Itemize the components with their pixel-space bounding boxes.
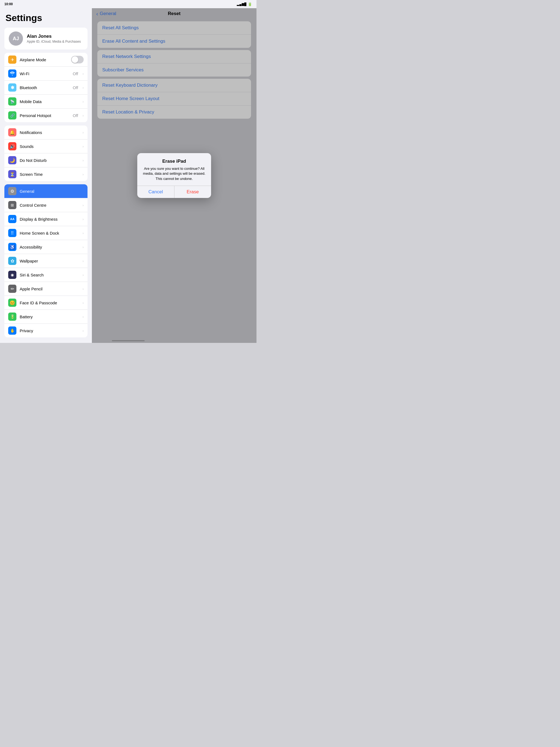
general-group: ⚙ General ⊞ Control Centre › AA Display … <box>4 184 87 337</box>
displaybrightness-label: Display & Brightness <box>20 217 79 222</box>
toggle-knob <box>72 56 78 63</box>
chevron-right-icon: › <box>82 145 84 149</box>
sidebar: Settings AJ Alan Jones Apple ID, iCloud,… <box>0 8 92 343</box>
sidebar-item-controlcentre[interactable]: ⊞ Control Centre › <box>4 198 87 212</box>
faceid-icon: 😊 <box>8 299 17 307</box>
chevron-right-icon: › <box>82 329 84 333</box>
wallpaper-icon: ✿ <box>8 257 17 265</box>
sidebar-item-screentime[interactable]: ⏳ Screen Time › <box>4 168 87 181</box>
chevron-right-icon: › <box>82 172 84 176</box>
notifications-label: Notifications <box>20 130 79 135</box>
airplane-label: Airplane Mode <box>20 57 68 62</box>
accessibility-label: Accessibility <box>20 245 79 249</box>
dialog-buttons: Cancel Erase <box>137 186 211 198</box>
sidebar-item-airplane[interactable]: ✈ Airplane Mode <box>4 53 87 67</box>
main-content: ‹ General Reset Reset All Settings Erase… <box>92 8 256 343</box>
sirisearch-icon: ◉ <box>8 271 17 279</box>
profile-card[interactable]: AJ Alan Jones Apple ID, iCloud, Media & … <box>4 28 87 50</box>
sidebar-item-displaybrightness[interactable]: AA Display & Brightness › <box>4 212 87 226</box>
bluetooth-label: Bluetooth <box>20 85 70 90</box>
sidebar-item-homescreendock[interactable]: ⠿ Home Screen & Dock › <box>4 226 87 240</box>
sidebar-item-faceid[interactable]: 😊 Face ID & Passcode › <box>4 296 87 310</box>
mobiledata-label: Mobile Data <box>20 99 79 104</box>
accessibility-icon: ♿ <box>8 243 17 251</box>
sidebar-item-applepencil[interactable]: ✏ Apple Pencil › <box>4 282 87 296</box>
wifi-icon <box>8 70 17 78</box>
sidebar-item-notifications[interactable]: 🔔 Notifications › <box>4 126 87 139</box>
sirisearch-label: Siri & Search <box>20 273 79 277</box>
wifi-label: Wi-Fi <box>20 71 70 76</box>
sidebar-item-sounds[interactable]: 🔊 Sounds › <box>4 139 87 153</box>
connectivity-group: ✈ Airplane Mode Wi-Fi Off › ✱ Bluetooth … <box>4 53 87 122</box>
dialog-title: Erase iPad <box>142 159 207 164</box>
sidebar-item-general[interactable]: ⚙ General <box>4 184 87 198</box>
sidebar-item-battery[interactable]: 🔋 Battery › <box>4 310 87 324</box>
airplane-icon: ✈ <box>8 55 17 64</box>
chevron-right-icon: › <box>82 315 84 319</box>
profile-name: Alan Jones <box>27 34 81 39</box>
chevron-right-icon: › <box>82 130 84 134</box>
battery-icon: 🔋 <box>248 2 252 6</box>
avatar: AJ <box>9 31 23 46</box>
sounds-icon: 🔊 <box>8 142 17 150</box>
dialog-cancel-button[interactable]: Cancel <box>137 186 175 198</box>
donotdisturb-icon: 🌙 <box>8 156 17 164</box>
chevron-right-icon: › <box>82 100 84 104</box>
hotspot-icon: 🔗 <box>8 111 17 120</box>
chevron-right-icon: › <box>82 217 84 221</box>
sidebar-item-bluetooth[interactable]: ✱ Bluetooth Off › <box>4 81 87 95</box>
sidebar-item-wallpaper[interactable]: ✿ Wallpaper › <box>4 254 87 268</box>
airplane-toggle[interactable] <box>71 56 84 63</box>
chevron-right-icon: › <box>82 85 84 90</box>
sidebar-item-accessibility[interactable]: ♿ Accessibility › <box>4 240 87 254</box>
hotspot-label: Personal Hotspot <box>20 113 70 118</box>
privacy-label: Privacy <box>20 328 79 333</box>
signal-icon: ▂▄▆█ <box>237 2 247 6</box>
sounds-label: Sounds <box>20 144 79 149</box>
sidebar-item-wifi[interactable]: Wi-Fi Off › <box>4 67 87 81</box>
bluetooth-value: Off <box>73 85 78 90</box>
dialog-overlay: Erase iPad Are you sure you want to cont… <box>92 8 256 343</box>
chevron-right-icon: › <box>82 203 84 207</box>
chevron-right-icon: › <box>82 72 84 76</box>
dialog-erase-button[interactable]: Erase <box>175 186 211 198</box>
battery-label: Battery <box>20 314 79 319</box>
chevron-right-icon: › <box>82 273 84 277</box>
mobiledata-icon: 📡 <box>8 97 17 106</box>
controlcentre-label: Control Centre <box>20 203 79 208</box>
notifications-icon: 🔔 <box>8 128 17 136</box>
profile-subtitle: Apple ID, iCloud, Media & Purchases <box>27 40 81 44</box>
battery-icon: 🔋 <box>8 312 17 321</box>
homescreendock-icon: ⠿ <box>8 229 17 237</box>
hotspot-value: Off <box>73 113 78 118</box>
bluetooth-icon: ✱ <box>8 83 17 92</box>
screentime-icon: ⏳ <box>8 170 17 178</box>
general-label: General <box>20 189 84 194</box>
sidebar-item-donotdisturb[interactable]: 🌙 Do Not Disturb › <box>4 153 87 168</box>
applepencil-label: Apple Pencil <box>20 287 79 291</box>
sidebar-item-sirisearch[interactable]: ◉ Siri & Search › <box>4 268 87 282</box>
faceid-label: Face ID & Passcode <box>20 301 79 305</box>
erase-ipad-dialog: Erase iPad Are you sure you want to cont… <box>137 153 211 198</box>
chevron-right-icon: › <box>82 231 84 235</box>
sidebar-item-hotspot[interactable]: 🔗 Personal Hotspot Off › <box>4 108 87 122</box>
chevron-right-icon: › <box>82 113 84 118</box>
wallpaper-label: Wallpaper <box>20 259 79 263</box>
sidebar-item-mobiledata[interactable]: 📡 Mobile Data › <box>4 95 87 108</box>
wifi-value: Off <box>73 71 78 76</box>
controlcentre-icon: ⊞ <box>8 201 17 209</box>
dialog-content: Erase iPad Are you sure you want to cont… <box>137 153 211 186</box>
donotdisturb-label: Do Not Disturb <box>20 158 79 163</box>
status-icons: ▂▄▆█ 🔋 <box>237 2 252 6</box>
applepencil-icon: ✏ <box>8 285 17 293</box>
chevron-right-icon: › <box>82 245 84 249</box>
sidebar-item-privacy[interactable]: ✋ Privacy › <box>4 324 87 337</box>
chevron-right-icon: › <box>82 287 84 291</box>
dialog-message: Are you sure you want to continue? All m… <box>142 166 207 181</box>
status-bar: 10:00 ▂▄▆█ 🔋 <box>0 0 256 8</box>
general-icon: ⚙ <box>8 187 17 195</box>
profile-info: Alan Jones Apple ID, iCloud, Media & Pur… <box>27 34 81 44</box>
status-time: 10:00 <box>4 2 13 6</box>
screentime-label: Screen Time <box>20 172 79 177</box>
chevron-right-icon: › <box>82 259 84 263</box>
